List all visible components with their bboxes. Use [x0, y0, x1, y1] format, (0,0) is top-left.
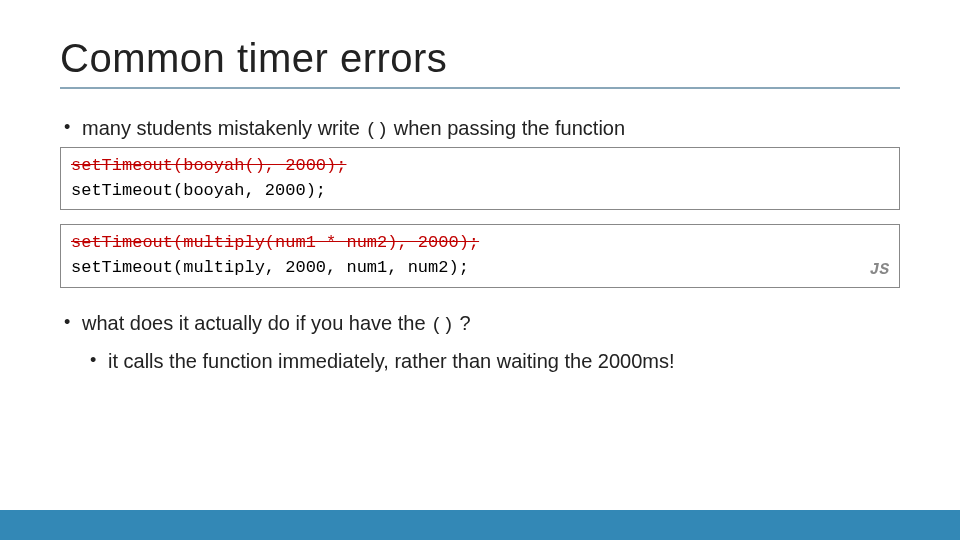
- slide-content: Common timer errors many students mistak…: [0, 0, 960, 373]
- code-1-right: setTimeout(booyah, 2000);: [71, 179, 889, 204]
- slide-title: Common timer errors: [60, 36, 900, 81]
- slide: Common timer errors many students mistak…: [0, 0, 960, 540]
- footer-bar: [0, 510, 960, 540]
- code-box-1: setTimeout(booyah(), 2000); setTimeout(b…: [60, 147, 900, 210]
- code-2-right: setTimeout(multiply, 2000, num1, num2);: [71, 256, 889, 281]
- bullet-1-text-a: many students mistakenly write: [82, 117, 365, 139]
- title-underline: [60, 87, 900, 89]
- bullet-2-text-a: what does it actually do if you have the: [82, 312, 431, 334]
- bullet-item-3: it calls the function immediately, rathe…: [60, 350, 900, 373]
- bullet-item-2: what does it actually do if you have the…: [60, 312, 900, 336]
- code-2-wrong: setTimeout(multiply(num1 * num2), 2000);: [71, 231, 889, 256]
- bullet-1-code: (): [365, 119, 388, 141]
- bullet-list: many students mistakenly write () when p…: [60, 117, 900, 141]
- bullet-3-text: it calls the function immediately, rathe…: [108, 350, 675, 372]
- bullet-1-text-b: when passing the function: [388, 117, 625, 139]
- code-box-2: setTimeout(multiply(num1 * num2), 2000);…: [60, 224, 900, 287]
- bullet-2-code: (): [431, 314, 454, 336]
- language-badge: JS: [870, 259, 889, 282]
- code-1-wrong: setTimeout(booyah(), 2000);: [71, 154, 889, 179]
- bullet-item-1: many students mistakenly write () when p…: [60, 117, 900, 141]
- bullet-list-2: what does it actually do if you have the…: [60, 312, 900, 373]
- bullet-2-text-b: ?: [454, 312, 471, 334]
